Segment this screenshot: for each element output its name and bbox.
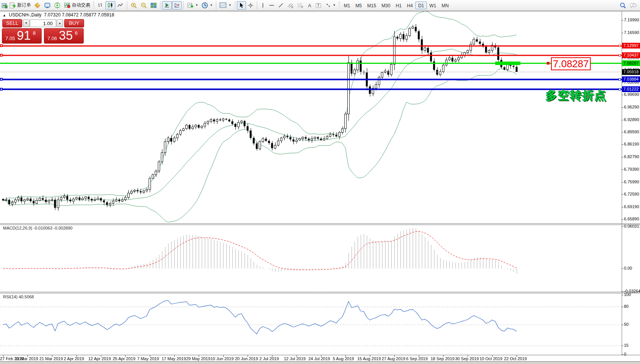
price-level-badge[interactable]: 7.12997 xyxy=(622,43,640,49)
level-axis-square[interactable] xyxy=(619,54,621,57)
toolbar: 新订单 自动交易 xyxy=(0,0,640,11)
clock-icon xyxy=(201,2,208,9)
level-edge-handle[interactable] xyxy=(0,78,3,81)
volume-decrease-button[interactable]: ▼ xyxy=(23,19,29,27)
tile-windows-icon xyxy=(150,2,157,9)
horizontal-line-icon xyxy=(269,2,275,8)
sell-price-big: 91 xyxy=(17,28,31,43)
sell-price-small: 7.05 xyxy=(5,36,15,41)
sell-price-sup: 8 xyxy=(33,30,36,36)
timeframe-button-mn[interactable]: MN xyxy=(439,2,452,9)
sell-button[interactable]: SELL xyxy=(2,19,22,28)
candle-chart-button[interactable] xyxy=(105,1,115,10)
text-label-button[interactable]: T xyxy=(314,1,324,10)
text-icon: A xyxy=(307,2,312,8)
arrows-button[interactable]: ▼ xyxy=(324,1,337,10)
search-button[interactable] xyxy=(618,1,628,10)
sell-price-display[interactable]: 7.05 91 8 xyxy=(2,28,42,44)
bar-chart-button[interactable] xyxy=(96,1,105,10)
level-axis-square[interactable] xyxy=(619,88,621,91)
timeframe-button-d1[interactable]: D1 xyxy=(415,2,426,9)
text-label-icon: T xyxy=(315,2,322,8)
autotrade-icon xyxy=(64,2,71,9)
timeframe-button-h4[interactable]: H4 xyxy=(404,2,415,9)
annotation-note[interactable]: 多空转折点 xyxy=(546,88,607,104)
level-axis-square[interactable] xyxy=(619,78,621,81)
buy-button[interactable]: BUY xyxy=(64,19,84,28)
chevron-down-icon: ▼ xyxy=(228,3,232,7)
tile-windows-button[interactable] xyxy=(149,1,159,10)
new-order-button[interactable]: 新订单 xyxy=(8,1,32,10)
volume-increase-button[interactable]: ▲ xyxy=(57,19,63,27)
price-level-badge[interactable]: 7.03884 xyxy=(622,76,640,82)
indicators-button[interactable]: ▼ xyxy=(185,1,200,10)
fibonacci-icon: F xyxy=(297,2,304,8)
channel-button[interactable]: E xyxy=(285,1,295,10)
svg-text:A: A xyxy=(308,3,311,8)
signals-icon xyxy=(54,2,61,9)
cursor-icon xyxy=(238,2,245,8)
trendline-button[interactable] xyxy=(276,1,285,10)
crosshair-icon xyxy=(248,2,254,8)
autotrade-label: 自动交易 xyxy=(72,2,90,8)
periods-button[interactable]: ▼ xyxy=(200,1,214,10)
bar-chart-icon xyxy=(97,2,104,9)
chat-icon xyxy=(629,2,637,9)
arrows-icon xyxy=(325,2,331,8)
buy-price-display[interactable]: 7.06 35 6 xyxy=(44,28,84,44)
chat-button[interactable] xyxy=(628,1,638,10)
zoom-out-button[interactable] xyxy=(139,1,149,10)
level-edge-handle[interactable] xyxy=(0,44,3,47)
price-level-badge[interactable]: 7.05918 xyxy=(622,69,640,75)
indicators-icon xyxy=(187,2,194,9)
auto-scroll-button[interactable] xyxy=(162,1,172,10)
timeframe-button-m30[interactable]: M30 xyxy=(379,2,393,9)
auto-scroll-icon xyxy=(164,2,170,9)
price-level-badge[interactable]: 7.01222 xyxy=(622,86,640,92)
buy-price-sup: 6 xyxy=(75,30,78,36)
horizontal-line-button[interactable] xyxy=(267,1,276,10)
crosshair-button[interactable] xyxy=(246,1,255,10)
chart-canvas[interactable] xyxy=(0,11,640,364)
price-callout-label[interactable]: 7.08287 xyxy=(551,57,591,70)
signals-button[interactable] xyxy=(52,1,62,10)
templates-button[interactable]: ▼ xyxy=(218,1,233,10)
text-button[interactable]: A xyxy=(305,1,314,10)
level-edge-handle[interactable] xyxy=(0,54,3,57)
zoom-in-icon xyxy=(130,2,137,9)
chart-region: ▲ USDCNH-,Daily 7.07320 7.08472 7.05877 … xyxy=(0,11,640,364)
buy-price-small: 7.06 xyxy=(47,36,57,41)
autotrade-button[interactable]: 自动交易 xyxy=(62,1,92,10)
svg-text:F: F xyxy=(301,6,303,8)
one-click-trade-panel: SELL ▼ ▲ BUY 7.05 91 8 7.06 35 6 xyxy=(2,18,85,44)
chart-shift-button[interactable] xyxy=(172,1,182,10)
price-level-badge[interactable]: 7.08287 xyxy=(622,60,640,66)
rsi-label: RSI(14) 40.5068 xyxy=(3,294,34,299)
app-icon xyxy=(2,2,8,8)
timeframe-button-m15[interactable]: M15 xyxy=(365,2,379,9)
callout-handle[interactable] xyxy=(547,62,549,65)
chart-shift-icon xyxy=(173,2,180,9)
collapse-trade-panel-icon[interactable]: ▲ xyxy=(3,13,6,17)
styles-button[interactable] xyxy=(32,1,42,10)
price-level-badge[interactable]: 7.10437 xyxy=(622,52,640,58)
vertical-line-button[interactable] xyxy=(259,1,267,10)
vertical-line-icon xyxy=(260,2,266,8)
timeframe-button-h1[interactable]: H1 xyxy=(393,2,404,9)
buy-price-big: 35 xyxy=(59,28,73,43)
timeframe-group: M1M5M15M30H1H4D1W1MN xyxy=(341,2,452,9)
timeframe-button-w1[interactable]: W1 xyxy=(427,2,439,9)
equidistant-channel-icon: E xyxy=(287,2,294,8)
cursor-button[interactable] xyxy=(237,1,246,10)
fibonacci-button[interactable]: F xyxy=(295,1,305,10)
market-watch-button[interactable] xyxy=(42,1,52,10)
level-axis-square[interactable] xyxy=(619,45,621,47)
zoom-in-button[interactable] xyxy=(129,1,139,10)
line-chart-button[interactable] xyxy=(115,1,125,10)
level-edge-handle[interactable] xyxy=(0,88,3,91)
timeframe-button-m5[interactable]: M5 xyxy=(353,2,365,9)
timeframe-button-m1[interactable]: M1 xyxy=(341,2,353,9)
chevron-down-icon: ▼ xyxy=(195,3,198,7)
line-chart-icon xyxy=(117,2,124,9)
volume-input[interactable] xyxy=(30,19,56,27)
